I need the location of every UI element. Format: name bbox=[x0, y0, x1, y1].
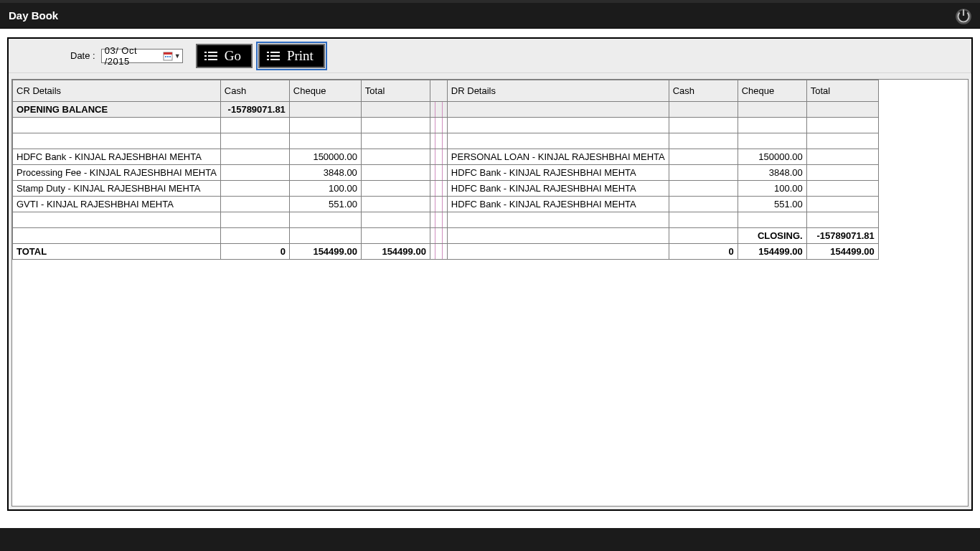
footer-bar bbox=[0, 528, 980, 551]
col-cash-left[interactable]: Cash bbox=[220, 80, 289, 102]
col-cheque-right[interactable]: Cheque bbox=[738, 80, 806, 102]
daybook-grid: CR Details Cash Cheque Total DR Details … bbox=[12, 80, 879, 260]
cell: CLOSING. bbox=[738, 228, 806, 244]
cell bbox=[669, 102, 738, 118]
cell bbox=[361, 197, 430, 212]
cell bbox=[289, 133, 361, 149]
col-dr-details[interactable]: DR Details bbox=[447, 80, 669, 102]
table-row[interactable] bbox=[13, 212, 879, 228]
cell bbox=[806, 133, 878, 149]
cell bbox=[806, 165, 878, 181]
cell bbox=[289, 228, 361, 244]
table-row[interactable]: OPENING BALANCE-15789071.81 bbox=[13, 102, 879, 118]
cell bbox=[13, 118, 221, 133]
cell bbox=[361, 228, 430, 244]
cell bbox=[220, 118, 289, 133]
cell bbox=[220, 181, 289, 197]
cell: 100.00 bbox=[738, 181, 806, 197]
cell bbox=[220, 149, 289, 165]
date-label: Date : bbox=[70, 50, 95, 61]
cell: 0 bbox=[220, 244, 289, 260]
col-cash-right[interactable]: Cash bbox=[669, 80, 738, 102]
col-total-left[interactable]: Total bbox=[361, 80, 430, 102]
cell: -15789071.81 bbox=[806, 228, 878, 244]
cell: 3848.00 bbox=[738, 165, 806, 181]
cell bbox=[361, 102, 430, 118]
col-spacer bbox=[430, 80, 447, 102]
table-row[interactable]: HDFC Bank - KINJAL RAJESHBHAI MEHTA15000… bbox=[13, 149, 879, 165]
cell bbox=[806, 197, 878, 212]
print-button[interactable]: Print bbox=[258, 44, 325, 68]
svg-rect-13 bbox=[270, 52, 280, 53]
window-title: Day Book bbox=[9, 9, 58, 22]
power-icon[interactable] bbox=[954, 7, 973, 26]
svg-rect-7 bbox=[208, 52, 217, 53]
cell: HDFC Bank - KINJAL RAJESHBHAI MEHTA bbox=[447, 197, 669, 212]
content-area: Date : 03/ Oct /2015 ▼ Go Print bbox=[0, 29, 980, 524]
spacer-cell bbox=[430, 102, 447, 118]
cell bbox=[13, 133, 221, 149]
table-row[interactable]: Processing Fee - KINJAL RAJESHBHAI MEHTA… bbox=[13, 165, 879, 181]
col-total-right[interactable]: Total bbox=[806, 80, 878, 102]
cell bbox=[669, 149, 738, 165]
table-row[interactable]: Stamp Duty - KINJAL RAJESHBHAI MEHTA100.… bbox=[13, 181, 879, 197]
chevron-down-icon: ▼ bbox=[174, 52, 181, 60]
spacer-cell bbox=[430, 181, 447, 197]
cell bbox=[738, 102, 806, 118]
grid-container: CR Details Cash Cheque Total DR Details … bbox=[11, 79, 969, 507]
cell bbox=[806, 149, 878, 165]
date-value: 03/ Oct /2015 bbox=[103, 45, 163, 67]
svg-rect-4 bbox=[167, 56, 169, 57]
svg-rect-15 bbox=[270, 55, 280, 57]
cell bbox=[806, 102, 878, 118]
cell bbox=[669, 118, 738, 133]
svg-rect-5 bbox=[169, 56, 171, 57]
cell: 551.00 bbox=[738, 197, 806, 212]
cell: TOTAL bbox=[13, 244, 221, 260]
cell bbox=[738, 118, 806, 133]
list-icon bbox=[267, 51, 280, 61]
cell: Stamp Duty - KINJAL RAJESHBHAI MEHTA bbox=[13, 181, 221, 197]
cell bbox=[220, 165, 289, 181]
cell: OPENING BALANCE bbox=[13, 102, 221, 118]
cell bbox=[289, 212, 361, 228]
table-row[interactable]: GVTI - KINJAL RAJESHBHAI MEHTA551.00HDFC… bbox=[13, 197, 879, 212]
cell bbox=[361, 133, 430, 149]
date-picker[interactable]: 03/ Oct /2015 ▼ bbox=[101, 49, 183, 63]
table-row[interactable] bbox=[13, 133, 879, 149]
spacer-cell bbox=[430, 244, 447, 260]
cell: HDFC Bank - KINJAL RAJESHBHAI MEHTA bbox=[447, 165, 669, 181]
cell bbox=[289, 118, 361, 133]
svg-rect-8 bbox=[204, 55, 207, 57]
col-cr-details[interactable]: CR Details bbox=[13, 80, 221, 102]
table-row[interactable]: CLOSING.-15789071.81 bbox=[13, 228, 879, 244]
cell bbox=[13, 228, 221, 244]
svg-rect-16 bbox=[267, 59, 269, 60]
cell bbox=[447, 118, 669, 133]
cell bbox=[361, 165, 430, 181]
svg-rect-3 bbox=[165, 56, 166, 57]
header-row: CR Details Cash Cheque Total DR Details … bbox=[13, 80, 879, 102]
cell: 154499.00 bbox=[738, 244, 806, 260]
table-row[interactable] bbox=[13, 118, 879, 133]
list-icon bbox=[204, 51, 217, 61]
cell: 100.00 bbox=[289, 181, 361, 197]
cell: Processing Fee - KINJAL RAJESHBHAI MEHTA bbox=[13, 165, 221, 181]
cell bbox=[669, 212, 738, 228]
spacer-cell bbox=[430, 118, 447, 133]
cell: 150000.00 bbox=[738, 149, 806, 165]
cell bbox=[361, 118, 430, 133]
main-panel: Date : 03/ Oct /2015 ▼ Go Print bbox=[7, 37, 973, 511]
cell bbox=[669, 228, 738, 244]
go-button[interactable]: Go bbox=[196, 44, 253, 68]
table-row[interactable]: TOTAL0154499.00154499.000154499.00154499… bbox=[13, 244, 879, 260]
cell bbox=[806, 181, 878, 197]
col-cheque-left[interactable]: Cheque bbox=[289, 80, 361, 102]
cell: 154499.00 bbox=[289, 244, 361, 260]
cell: HDFC Bank - KINJAL RAJESHBHAI MEHTA bbox=[447, 181, 669, 197]
cell bbox=[669, 165, 738, 181]
cell bbox=[361, 212, 430, 228]
svg-rect-10 bbox=[204, 59, 207, 60]
cell bbox=[220, 197, 289, 212]
spacer-cell bbox=[430, 149, 447, 165]
